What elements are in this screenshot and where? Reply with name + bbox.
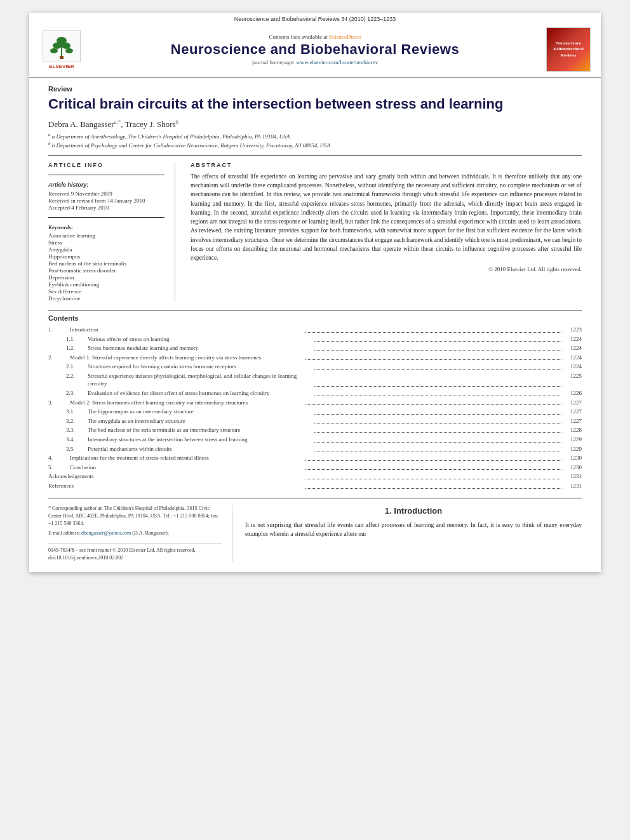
toc-num: 5. (48, 463, 67, 472)
affiliation-b: b b Department of Psychology and Center … (48, 141, 582, 149)
affiliation-a: a a Department of Anesthesiology, The Ch… (48, 132, 582, 140)
toc-dots (305, 463, 561, 470)
article-body: Review Critical brain circuits at the in… (29, 77, 601, 572)
keyword-9: D-cycloserine (48, 295, 164, 302)
toc-page: 1231 (563, 472, 582, 481)
footnote-column: * Corresponding author at: The Children'… (48, 505, 232, 562)
toc-text: The amygdala as an intermediary structur… (88, 417, 313, 425)
toc-num: 1.2. (66, 344, 85, 352)
toc-label: 3.5.Potential mechanisms within circuits (66, 445, 313, 453)
page: Neuroscience and Biobehavioral Reviews 3… (29, 13, 601, 572)
intro-text: It is not surprising that stressful life… (245, 521, 582, 539)
toc-item: 1.1.Various effects of stress on learnin… (48, 335, 582, 343)
toc-page: 1226 (563, 389, 582, 397)
journal-homepage: journal homepage: www.elsevier.com/locat… (84, 59, 546, 65)
sciencedirect-link[interactable]: ScienceDirect (329, 34, 361, 40)
toc-text: Stress hormones modulate learning and me… (88, 344, 313, 352)
toc-label: 3.1.The hippocampus as an intermediary s… (66, 408, 313, 416)
toc-dots (314, 436, 561, 443)
toc-item: 5.Conclusion1230 (48, 463, 582, 472)
issn-line: 0149-7634/$ – see front matter © 2010 El… (48, 543, 222, 562)
history-item-1: Received in revised form 14 January 2010 (48, 197, 164, 204)
toc-dots (314, 417, 561, 424)
toc-dots (314, 363, 561, 370)
keyword-7: Eyeblink conditioning (48, 281, 164, 288)
divider-left (48, 175, 164, 175)
toc-num: 3. (48, 399, 67, 407)
toc-text: Stressful experience induces physiologic… (88, 372, 313, 388)
divider-left-2 (48, 217, 164, 218)
keyword-1: Stress (48, 239, 164, 246)
toc-dots (314, 344, 561, 351)
toc-item: 2.1.Structures required for learning con… (48, 363, 582, 371)
toc-container: 1.Introduction12231.1.Various effects of… (48, 326, 582, 490)
toc-page: 1224 (563, 344, 582, 352)
toc-dots (314, 408, 561, 415)
toc-dots (314, 445, 561, 452)
toc-page: 1224 (563, 335, 582, 343)
history-item-0: Received 9 November 2009 (48, 190, 164, 197)
toc-item: References1231 (48, 482, 582, 490)
article-info-column: ARTICLE INFO Article history: Received 9… (48, 162, 175, 302)
toc-num: 3.1. (66, 408, 85, 416)
toc-page: 1224 (563, 354, 582, 362)
toc-label: 1.2.Stress hormones modulate learning an… (66, 344, 313, 352)
toc-label: 3.Model 2: Stress hormones affect learni… (48, 399, 304, 407)
toc-page: 1227 (563, 408, 582, 416)
abstract-column: ABSTRACT The effects of stressful life e… (191, 162, 582, 302)
toc-dots (305, 472, 561, 479)
toc-item: 2.3.Evaluation of evidence for direct ef… (48, 389, 582, 397)
toc-dots (314, 426, 561, 433)
toc-label: 4.Implications for the treatment of stre… (48, 454, 304, 462)
toc-text: References (48, 482, 304, 490)
keyword-5: Post-traumatic stress disorder (48, 267, 164, 274)
toc-page: 1227 (563, 417, 582, 425)
toc-text: Acknowledgements (48, 472, 304, 481)
toc-text: Model 2: Stress hormones affect learning… (70, 399, 304, 407)
toc-num: 3.5. (66, 445, 85, 453)
bottom-section: * Corresponding author at: The Children'… (48, 498, 582, 562)
toc-label: 3.2.The amygdala as an intermediary stru… (66, 417, 313, 425)
svg-point-6 (65, 48, 73, 53)
toc-text: Model 1: Stressful experience directly a… (70, 354, 304, 362)
toc-dots (305, 354, 561, 361)
contents-section: Contents 1.Introduction12231.1.Various e… (48, 310, 582, 490)
copyright-line: © 2010 Elsevier Ltd. All rights reserved… (191, 266, 582, 272)
toc-dots (314, 335, 561, 342)
toc-item: 3.Model 2: Stress hormones affect learni… (48, 399, 582, 407)
toc-text: Conclusion (70, 463, 304, 472)
toc-label: 1.Introduction (48, 326, 304, 334)
toc-label: 3.4.Intermediary structures at the inter… (66, 436, 313, 444)
journal-header: ELSEVIER Contents lists available at Sci… (29, 22, 601, 77)
toc-dots (305, 326, 561, 333)
toc-page: 1228 (563, 426, 582, 434)
toc-label: References (48, 482, 304, 490)
intro-heading: 1. Introduction (245, 505, 582, 517)
abstract-text: The effects of stressful life experience… (191, 172, 582, 263)
elsevier-logo-image (43, 30, 81, 62)
toc-label: 1.1.Various effects of stress on learnin… (66, 335, 313, 343)
toc-text: Implications for the treatment of stress… (70, 454, 304, 462)
toc-text: Intermediary structures at the intersect… (88, 436, 313, 444)
toc-page: 1227 (563, 399, 582, 407)
article-history-label: Article history: (48, 182, 164, 188)
email-link[interactable]: dbangasser@yahoo.com (81, 530, 131, 536)
toc-text: Evaluation of evidence for direct effect… (88, 389, 313, 397)
toc-dots (305, 454, 561, 461)
toc-page: 1229 (563, 436, 582, 444)
svg-point-3 (53, 43, 62, 49)
toc-num: 3.3. (66, 426, 85, 434)
toc-item: 2.2.Stressful experience induces physiol… (48, 372, 582, 388)
toc-text: Structures required for learning contain… (88, 363, 313, 371)
toc-item: 3.3.The bed nucleus of the stria termina… (48, 426, 582, 434)
toc-page: 1223 (563, 326, 582, 334)
journal-homepage-link[interactable]: www.elsevier.com/locate/neubiorev (296, 59, 378, 65)
toc-dots (305, 399, 561, 406)
toc-page: 1225 (563, 372, 582, 388)
article-title: Critical brain circuits at the intersect… (48, 95, 582, 114)
toc-label: 2.3.Evaluation of evidence for direct ef… (66, 389, 313, 397)
two-col-section: ARTICLE INFO Article history: Received 9… (48, 162, 582, 302)
divider-1 (48, 155, 582, 156)
toc-item: 1.Introduction1223 (48, 326, 582, 334)
toc-num: 2. (48, 354, 67, 362)
